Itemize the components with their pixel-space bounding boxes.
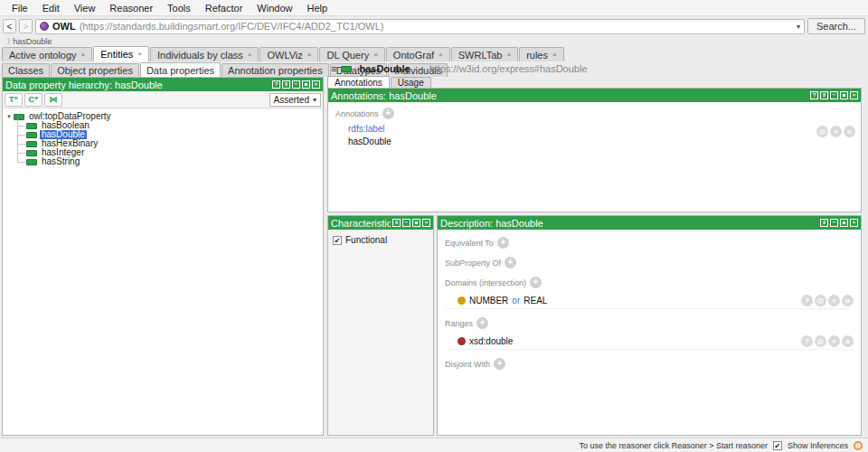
menu-item-tools[interactable]: Tools	[161, 2, 197, 14]
edit-icon[interactable]: o	[844, 126, 855, 137]
tab-owlviz[interactable]: OWLViz×	[259, 47, 318, 61]
delete-icon[interactable]: ×	[830, 126, 842, 137]
annotation-property[interactable]: rdfs:label	[348, 124, 816, 134]
entity-dash: —	[415, 63, 425, 74]
panel-close-icon[interactable]: ×	[850, 219, 858, 227]
menu-icon[interactable]: ≡	[331, 63, 336, 74]
annotation-value: hasDouble	[348, 137, 816, 146]
back-button[interactable]: <	[3, 19, 16, 33]
panel-maximize-icon[interactable]: ■	[840, 91, 848, 99]
delete-icon[interactable]: ×	[828, 335, 840, 347]
annotations-section-label: Annotations	[335, 109, 379, 118]
panel-close-icon[interactable]: ×	[312, 80, 320, 89]
hierarchy-toolbar: T⁺ C⁺ ⋈ Asserted ▾	[3, 91, 323, 108]
close-icon[interactable]: ×	[137, 51, 142, 58]
ontology-selector[interactable]: OWL (https://standards.buildingsmart.org…	[35, 19, 805, 34]
functional-checkbox[interactable]: ✔	[333, 236, 342, 245]
expander-icon[interactable]: ▼	[6, 114, 14, 119]
selected-entity-header: ≡ hasDouble — https://w3id.org/express#h…	[327, 61, 862, 76]
panel-float-icon[interactable]: ‖	[820, 219, 828, 227]
panel-float-icon[interactable]: ‖	[282, 80, 290, 89]
explain-icon[interactable]: ?	[801, 295, 813, 306]
add-disjoint-button[interactable]: +	[494, 358, 505, 370]
tab-object-properties[interactable]: Object properties	[51, 63, 139, 77]
panel-minimize-icon[interactable]: −	[402, 219, 410, 227]
hierarchy-mode-select[interactable]: Asserted ▾	[269, 93, 321, 107]
tab-entities[interactable]: Entities×	[93, 46, 149, 61]
annotate-icon[interactable]: @	[815, 335, 826, 347]
range-axiom-row[interactable]: xsd:double ? @ × o	[445, 334, 854, 350]
add-domain-button[interactable]: +	[530, 277, 542, 288]
add-sub-property-button[interactable]: T⁺	[5, 93, 23, 107]
add-equivalent-button[interactable]: +	[497, 237, 509, 249]
search-button[interactable]: Search...	[807, 18, 865, 34]
warning-icon[interactable]: !	[854, 441, 863, 450]
panel-float-icon[interactable]: ‖	[392, 219, 401, 227]
close-icon[interactable]: ×	[373, 52, 378, 59]
data-property-icon	[26, 132, 37, 138]
delete-icon[interactable]: ×	[828, 295, 840, 306]
subproperty-of-label: SubProperty Of	[445, 259, 501, 268]
close-icon[interactable]: ×	[506, 52, 511, 59]
panel-minimize-icon[interactable]: −	[830, 91, 838, 99]
close-icon[interactable]: ×	[439, 52, 443, 59]
add-annotation-button[interactable]: +	[382, 108, 394, 119]
menu-item-file[interactable]: File	[5, 2, 34, 14]
panel-title: Annotations: hasDouble	[331, 90, 808, 101]
menu-item-edit[interactable]: Edit	[36, 2, 66, 14]
tab-data-properties[interactable]: Data properties	[140, 62, 221, 77]
forward-button[interactable]: >	[19, 19, 33, 33]
panel-help-icon[interactable]: ?	[272, 80, 280, 89]
edit-icon[interactable]: o	[842, 295, 854, 306]
close-icon[interactable]: ×	[248, 52, 252, 59]
chevron-down-icon[interactable]: ▾	[797, 23, 800, 31]
edit-icon[interactable]: o	[842, 335, 854, 347]
domains-section: Domains (intersection) + NUMBER or REAL …	[445, 277, 854, 309]
breadcrumb-item[interactable]: hasDouble	[13, 37, 52, 46]
tab-swrltab[interactable]: SWRLTab×	[451, 47, 518, 61]
domains-label: Domains (intersection)	[445, 278, 526, 287]
show-inferences-checkbox[interactable]: ✔	[773, 441, 782, 450]
delete-property-button[interactable]: ⋈	[44, 93, 62, 107]
tab-ontograf[interactable]: OntoGraf×	[386, 47, 450, 61]
menu-item-refactor[interactable]: Refactor	[199, 2, 250, 14]
tree-row-hasstring[interactable]: hasString	[17, 157, 323, 166]
tab-individuals-by-class[interactable]: Individuals by class×	[150, 47, 259, 61]
tab-classes[interactable]: Classes	[2, 63, 50, 77]
annotate-icon[interactable]: @	[815, 295, 826, 306]
close-icon[interactable]: ×	[81, 52, 86, 59]
panel-maximize-icon[interactable]: ■	[302, 80, 310, 89]
add-subproperty-button[interactable]: +	[505, 257, 516, 268]
add-sibling-property-button[interactable]: C⁺	[24, 93, 42, 107]
close-icon[interactable]: ×	[552, 52, 557, 59]
annotation-row[interactable]: rdfs:label hasDouble @ × o	[335, 124, 855, 146]
panel-minimize-icon[interactable]: −	[830, 219, 838, 227]
tab-active-ontology[interactable]: Active ontology×	[2, 47, 92, 61]
annotate-icon[interactable]: @	[816, 126, 828, 137]
menu-item-help[interactable]: Help	[300, 2, 334, 14]
panel-float-icon[interactable]: ‖	[820, 91, 828, 99]
menu-item-window[interactable]: Window	[250, 2, 298, 14]
tab-usage[interactable]: Usage	[391, 77, 431, 88]
panel-help-icon[interactable]: ?	[810, 91, 818, 99]
tab-dl-query[interactable]: DL Query×	[319, 47, 384, 61]
tab-rules[interactable]: rules×	[519, 47, 564, 61]
domain-axiom-row[interactable]: NUMBER or REAL ? @ × o	[445, 293, 854, 309]
panel-close-icon[interactable]: ×	[422, 219, 430, 227]
panel-maximize-icon[interactable]: ■	[412, 219, 420, 227]
add-range-button[interactable]: +	[476, 317, 488, 329]
hierarchy-mode-value: Asserted	[274, 95, 309, 105]
subproperty-of-section: SubProperty Of +	[445, 257, 854, 268]
tab-annotations[interactable]: Annotations	[327, 76, 390, 88]
panel-close-icon[interactable]: ×	[850, 91, 858, 99]
close-icon[interactable]: ×	[307, 52, 312, 59]
explain-icon[interactable]: ?	[801, 335, 813, 347]
panel-maximize-icon[interactable]: ■	[840, 219, 848, 227]
tab-annotation-properties[interactable]: Annotation properties	[222, 63, 329, 77]
menu-item-view[interactable]: View	[68, 2, 102, 14]
menu-item-reasoner[interactable]: Reasoner	[103, 2, 159, 14]
tree-connector	[17, 126, 25, 127]
panel-minimize-icon[interactable]: −	[292, 80, 300, 89]
lower-panels: Characteristics: has ‖ − ■ × ✔ Functiona…	[327, 215, 862, 436]
main-tab-bar: Active ontology× Entities× Individuals b…	[0, 46, 868, 61]
